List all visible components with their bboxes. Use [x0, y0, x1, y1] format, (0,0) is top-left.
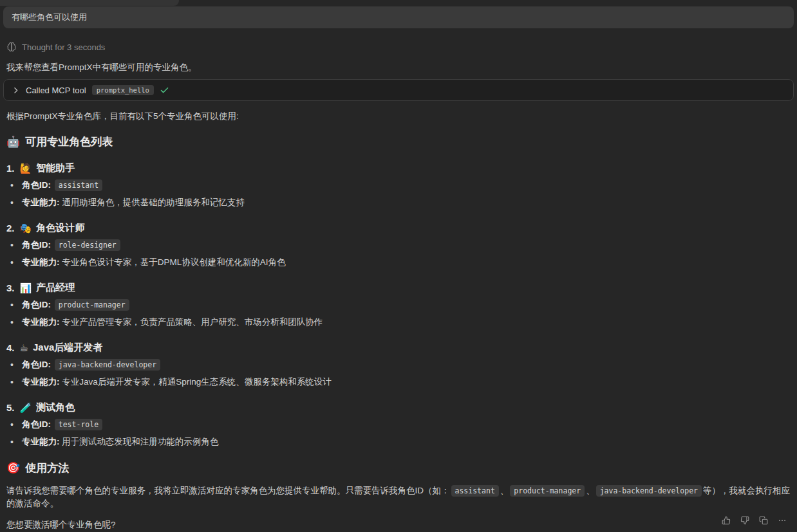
role-number: 5. [6, 402, 15, 413]
role-capability-item: 专业能力: 用于测试动态发现和注册功能的示例角色 [6, 436, 791, 448]
role-number: 1. [6, 163, 15, 174]
role-id-item: 角色ID: java-backend-developer [6, 358, 791, 371]
usage-separator: 、 [586, 486, 595, 495]
role-title: 产品经理 [36, 282, 75, 294]
usage-heading: 🎯 使用方法 [6, 461, 791, 475]
capability-text: 专业Java后端开发专家，精通Spring生态系统、微服务架构和系统设计 [62, 377, 332, 387]
usage-separator: 、 [500, 486, 509, 495]
role-capability-item: 专业能力: 专业角色设计专家，基于DPML协议创建和优化新的AI角色 [6, 256, 791, 269]
role-properties: 角色ID: java-backend-developer 专业能力: 专业Jav… [6, 358, 791, 389]
role-properties: 角色ID: product-manager 专业能力: 专业产品管理专家，负责产… [6, 298, 791, 329]
role-capability-item: 专业能力: 通用助理角色，提供基础的助理服务和记忆支持 [6, 196, 791, 209]
chevron-right-icon[interactable] [12, 86, 20, 95]
capability-label: 专业能力: [22, 197, 60, 207]
thumbs-down-icon[interactable] [738, 513, 752, 527]
role-id-label: 角色ID: [22, 180, 51, 190]
role-id-code: test-role [55, 419, 102, 430]
capability-label: 专业能力: [22, 437, 60, 446]
role-heading: 1. 🙋 智能助手 [6, 162, 791, 174]
capability-text: 用于测试动态发现和注册功能的示例角色 [62, 437, 218, 446]
roles-list-heading-text: 可用专业角色列表 [25, 134, 113, 149]
thinking-summary[interactable]: Thought for 3 seconds [6, 42, 791, 52]
check-icon [160, 86, 169, 95]
role-properties: 角色ID: test-role 专业能力: 用于测试动态发现和注册功能的示例角色 [6, 418, 791, 448]
role-id-item: 角色ID: product-manager [6, 298, 791, 311]
usage-code-assistant: assistant [451, 485, 499, 497]
role-capability-item: 专业能力: 专业产品管理专家，负责产品策略、用户研究、市场分析和团队协作 [6, 316, 791, 329]
usage-code-java-backend-developer: java-backend-developer [596, 485, 702, 497]
usage-paragraph: 请告诉我您需要哪个角色的专业服务，我将立即激活对应的专家角色为您提供专业帮助。只… [6, 484, 791, 509]
masks-emoji-icon: 🎭 [20, 223, 32, 234]
role-properties: 角色ID: role-designer 专业能力: 专业角色设计专家，基于DPM… [6, 239, 791, 269]
role-title: 测试角色 [36, 401, 75, 414]
copy-icon[interactable] [756, 513, 771, 527]
usage-text: 请告诉我您需要哪个角色的专业服务，我将立即激活对应的专家角色为您提供专业帮助。只… [6, 486, 450, 495]
role-heading: 3. 📊 产品经理 [6, 282, 791, 294]
role-heading: 5. 🧪 测试角色 [6, 401, 791, 414]
role-heading: 4. ☕ Java后端开发者 [6, 342, 791, 354]
summary-paragraph: 根据PromptX专业角色库，目前有以下5个专业角色可以使用: [6, 110, 791, 122]
role-number: 3. [6, 282, 15, 293]
capability-text: 专业角色设计专家，基于DPML协议创建和优化新的AI角色 [62, 257, 285, 267]
role-title: 角色设计师 [36, 222, 84, 234]
role-id-label: 角色ID: [22, 419, 51, 429]
mcp-tool-call[interactable]: Called MCP tool promptx_hello [3, 79, 794, 101]
role-title: Java后端开发者 [33, 342, 102, 354]
role-id-label: 角色ID: [22, 300, 51, 309]
assistant-response: Thought for 3 seconds 我来帮您查看PromptX中有哪些可… [0, 42, 797, 531]
raising-hand-emoji-icon: 🙋 [20, 163, 32, 174]
role-id-code: assistant [55, 179, 102, 191]
role-capability-item: 专业能力: 专业Java后端开发专家，精通Spring生态系统、微服务架构和系统… [6, 376, 791, 389]
thinking-label: Thought for 3 seconds [22, 42, 105, 52]
capability-text: 通用助理角色，提供基础的助理服务和记忆支持 [62, 197, 245, 207]
capability-label: 专业能力: [22, 317, 60, 327]
role-number: 2. [6, 223, 15, 234]
mcp-tool-label: Called MCP tool [26, 86, 86, 95]
user-message-text: 有哪些角色可以使用 [12, 12, 87, 22]
message-actions [719, 513, 789, 527]
role-heading: 2. 🎭 角色设计师 [6, 222, 791, 234]
thumbs-up-icon[interactable] [719, 513, 733, 527]
previous-element-edge [0, 0, 179, 6]
role-id-item: 角色ID: assistant [6, 179, 791, 192]
tool-name-badge: promptx_hello [92, 85, 154, 95]
role-id-code: java-backend-developer [55, 359, 160, 371]
role-id-item: 角色ID: role-designer [6, 239, 791, 252]
coffee-emoji-icon: ☕ [20, 342, 28, 354]
target-emoji-icon: 🎯 [6, 461, 20, 475]
brain-icon [6, 42, 17, 52]
role-number: 4. [6, 342, 15, 353]
test-tube-emoji-icon: 🧪 [20, 402, 32, 414]
role-id-label: 角色ID: [22, 360, 51, 369]
user-message-bubble: 有哪些角色可以使用 [3, 6, 794, 28]
role-id-code: product-manager [55, 299, 129, 311]
role-title: 智能助手 [36, 162, 75, 174]
roles-list-heading: 🤖 可用专业角色列表 [6, 134, 791, 149]
capability-label: 专业能力: [22, 377, 60, 387]
role-id-label: 角色ID: [22, 240, 51, 250]
role-id-item: 角色ID: test-role [6, 418, 791, 431]
closing-question: 您想要激活哪个专业角色呢? [6, 518, 791, 531]
capability-label: 专业能力: [22, 257, 60, 267]
robot-emoji-icon: 🤖 [6, 135, 20, 149]
intro-paragraph: 我来帮您查看PromptX中有哪些可用的专业角色。 [6, 61, 791, 73]
usage-code-product-manager: product-manager [510, 485, 585, 497]
more-icon[interactable] [775, 513, 789, 527]
role-id-code: role-designer [55, 239, 120, 251]
usage-heading-text: 使用方法 [25, 461, 69, 475]
capability-text: 专业产品管理专家，负责产品策略、用户研究、市场分析和团队协作 [62, 317, 323, 327]
bar-chart-emoji-icon: 📊 [20, 282, 32, 294]
role-properties: 角色ID: assistant 专业能力: 通用助理角色，提供基础的助理服务和记… [6, 179, 791, 209]
